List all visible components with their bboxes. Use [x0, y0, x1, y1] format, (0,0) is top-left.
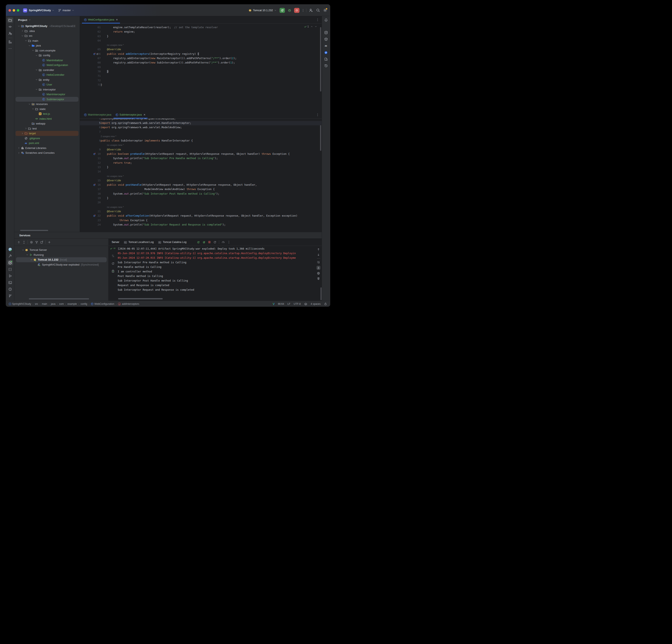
structure-tool-button[interactable]	[7, 39, 13, 45]
service-item-tomcat-10-1-232[interactable]: Tomcat 10.1.232[local]	[16, 257, 107, 262]
code-line-71[interactable]: 71	[80, 74, 322, 78]
code-line-10[interactable]: 10 public boolean preHandle(HttpServletR…	[80, 152, 322, 156]
stop-button[interactable]	[294, 8, 299, 13]
code-line-24[interactable]: 24 System.out.println("Sub Interceptor R…	[80, 223, 322, 227]
console-tab-tomcat-catalina-log[interactable]: >_Tomcat Catalina Log	[158, 241, 187, 244]
add-service-icon[interactable]	[48, 241, 51, 244]
tree-item-pom-xml[interactable]: mpom.xml	[15, 141, 79, 146]
tree-item-test-js[interactable]: JStest.js	[15, 111, 79, 117]
code-line-7[interactable]: 7	[80, 130, 322, 134]
code-line-66[interactable]: 66@ public void addInterceptors(Intercep…	[80, 52, 322, 56]
tree-item-src[interactable]: src	[15, 33, 79, 38]
search-everywhere-button[interactable]	[315, 8, 321, 13]
run-configuration-widget[interactable]: Tomcat 10.1.232	[249, 9, 277, 12]
override-icon[interactable]	[93, 214, 96, 217]
breadcrumb-webconfiguration[interactable]: CWebConfiguration	[91, 303, 115, 305]
terminal-tool-button[interactable]	[7, 280, 13, 285]
tree-item-main[interactable]: main	[15, 38, 79, 44]
tree-item-external-libraries[interactable]: External Libraries	[15, 146, 79, 150]
down-arrow-icon[interactable]	[317, 253, 320, 256]
breadcrumb-example[interactable]: example	[68, 303, 77, 305]
code-line-15[interactable]: 15 @Override	[80, 179, 322, 183]
stop-server-icon[interactable]	[208, 241, 211, 244]
code-line-61[interactable]: 61 engine.setTemplateResolver(resolver);…	[80, 25, 322, 30]
refresh-icon[interactable]	[111, 262, 115, 265]
code-line-12[interactable]: 12 return true;	[80, 161, 322, 165]
database-tool-button[interactable]	[323, 30, 329, 35]
notifications-button[interactable]	[323, 17, 329, 23]
gopher-plugin-button[interactable]	[7, 247, 13, 252]
commit-tool-button[interactable]	[7, 24, 13, 29]
git-tool-button[interactable]	[7, 293, 13, 299]
minimize-window-button[interactable]	[13, 9, 15, 12]
tree-item-target[interactable]: target	[15, 131, 79, 136]
tree-item-resources[interactable]: resources	[15, 102, 79, 107]
code-line-70[interactable]: 70 }	[80, 70, 322, 74]
code-line-23[interactable]: 23 throws Exception {	[80, 218, 322, 223]
tree-item-maininitializer[interactable]: CMainInitializer	[15, 58, 79, 63]
code-line-64[interactable]: 64	[80, 39, 322, 43]
device-manager-button[interactable]	[323, 57, 329, 62]
lock-icon[interactable]	[324, 302, 327, 305]
code-line-16[interactable]: 16 public void postHandle(HttpServletReq…	[80, 183, 322, 187]
tree-item-springmvcstudy[interactable]: SpringMVCStudy~/Desktop/CS/JavaEE	[15, 24, 79, 29]
tree-item-static[interactable]: static	[15, 107, 79, 112]
console-tab-tomcat-localhost-log[interactable]: >_Tomcat Localhost Log	[124, 241, 154, 244]
tab-options-button[interactable]: ⋮	[316, 113, 319, 117]
code-line-65[interactable]: 65 @Override	[80, 47, 322, 52]
tree-item-controller[interactable]: controller	[15, 68, 79, 73]
collapse-all-icon[interactable]	[22, 241, 25, 244]
code-line-18[interactable]: 18 System.out.println("Sub Interceptor P…	[80, 192, 322, 196]
close-icon[interactable]: ✕	[116, 18, 118, 21]
code-line-6[interactable]: 6import org.springframework.web.servlet.…	[80, 125, 322, 130]
rerun-debug-icon[interactable]	[202, 241, 205, 244]
open-each-in-new-tab-icon[interactable]	[40, 241, 44, 244]
tree-item-com-example[interactable]: com.example	[15, 48, 79, 53]
docker-tool-button[interactable]	[323, 37, 329, 42]
caret-position[interactable]: 66:64	[278, 303, 284, 305]
service-item-springmvcstudy-war-exploded[interactable]: SpringMVCStudy:war exploded[Synchronized…	[16, 262, 107, 267]
dashboard-icon[interactable]	[221, 241, 225, 244]
tree-item-webconfiguration[interactable]: CWebConfiguration	[15, 63, 79, 68]
code-line-20[interactable]: 20	[80, 201, 322, 205]
up-arrow-icon[interactable]	[317, 248, 320, 251]
redeploy-icon[interactable]	[213, 241, 216, 244]
code-line-21[interactable]: 21 @Override	[80, 209, 322, 214]
tab-webconfiguration[interactable]: C WebConfiguration.java ✕	[82, 16, 120, 23]
tree-item-hellocontroller[interactable]: CHelloController	[15, 72, 79, 77]
history-tool-button[interactable]	[323, 63, 329, 69]
code-line-67[interactable]: 67 registry.addInterceptor(new MainInter…	[80, 56, 322, 61]
tree-item-subinterceptor[interactable]: CSubInterceptor	[15, 97, 79, 102]
console-tab-server[interactable]: Server	[112, 241, 119, 244]
code-line-19[interactable]: 19 }	[80, 196, 322, 201]
tree-item-entity[interactable]: entity	[15, 77, 79, 82]
breadcrumb-config[interactable]: config	[81, 303, 87, 305]
code-line-11[interactable]: 11 System.out.println("Sub Interceptor P…	[80, 156, 322, 161]
run-tool-button[interactable]	[7, 273, 13, 279]
settings-button[interactable]	[323, 8, 327, 13]
tab-scroll-indicator[interactable]	[102, 119, 131, 119]
code-line-72[interactable]: 72	[80, 78, 322, 83]
code-line-14[interactable]: 14	[80, 170, 322, 174]
tree-item--idea[interactable]: .idea	[15, 29, 79, 34]
line-ending[interactable]: LF	[287, 303, 290, 305]
tab-subinterceptor-java[interactable]: CSubInterceptor.java✕	[113, 111, 148, 118]
project-horizontal-scrollbar[interactable]	[20, 230, 48, 231]
tree-item-test[interactable]: test	[15, 126, 79, 131]
tree-item-maininterceptor[interactable]: CMainInterceptor	[15, 92, 79, 97]
service-item-running[interactable]: Running	[16, 253, 107, 257]
breadcrumb-src[interactable]: src	[35, 303, 38, 305]
console-more-button[interactable]: ⋮	[227, 240, 230, 244]
close-icon[interactable]: ✕	[143, 113, 145, 116]
tree-item-scratches-and-consoles[interactable]: Scratches and Consoles	[15, 150, 79, 155]
tree-item-interceptor[interactable]: interceptor	[15, 87, 79, 92]
clear-console-icon[interactable]	[317, 277, 320, 280]
project-panel-header[interactable]: Project	[14, 16, 80, 24]
debug-button[interactable]	[287, 8, 292, 13]
more-actions-button[interactable]: ⋮	[302, 9, 304, 12]
plugin-blue-button[interactable]	[323, 50, 329, 55]
breadcrumb-java[interactable]: java	[51, 303, 56, 305]
project-widget[interactable]: SpringMVCStudy	[29, 9, 55, 12]
rerun-button[interactable]	[279, 8, 285, 13]
copilot-icon[interactable]	[304, 302, 307, 306]
